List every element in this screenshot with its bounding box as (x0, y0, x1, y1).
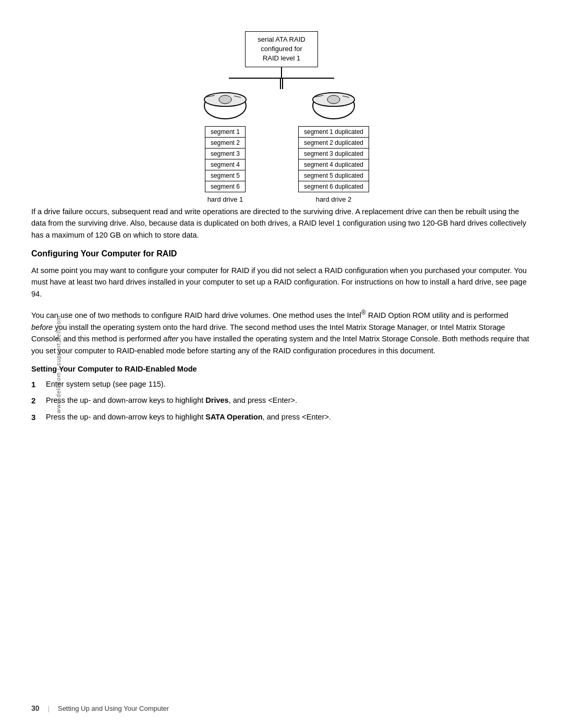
step-number-3: 3 (31, 411, 41, 423)
footer-text: Setting Up and Using Your Computer (58, 705, 169, 712)
sub-heading: Setting Your Computer to RAID-Enabled Mo… (31, 365, 532, 373)
step3-pre: Press the up- and down-arrow keys to hig… (46, 413, 205, 421)
footer: 30 | Setting Up and Using Your Computer (31, 704, 532, 712)
step3-bold: SATA Operation (205, 413, 262, 421)
v-bar-right (282, 79, 283, 89)
branch-right (282, 78, 334, 89)
main-content: serial ATA RAID configured for RAID leve… (31, 0, 532, 423)
v-bar-left (280, 79, 281, 89)
branch-left (229, 78, 281, 89)
segment-table-right: segment 1 duplicatedsegment 2 duplicated… (298, 126, 369, 192)
connector-branch (229, 78, 334, 89)
body-paragraph-3: You can use one of two methods to config… (31, 308, 532, 356)
p3-mid: RAID Option ROM utility and is performed (366, 311, 508, 319)
segment-cell-left: segment 2 (205, 137, 245, 148)
list-item-2: 2 Press the up- and down-arrow keys to h… (31, 394, 532, 406)
segment-cell-right: segment 5 duplicated (298, 170, 369, 181)
list-item-1: 1 Enter system setup (see page 115). (31, 378, 532, 390)
p3-pre: You can use one of two methods to config… (31, 311, 361, 319)
step-1-text: Enter system setup (see page 115). (46, 378, 166, 390)
raid-label-line2: configured for (261, 45, 302, 53)
step-number-1: 1 (31, 378, 41, 390)
segment-cell-right: segment 4 duplicated (298, 159, 369, 170)
raid-label-line3: RAID level 1 (263, 54, 300, 62)
connector (229, 67, 334, 89)
segment-cell-left: segment 1 (205, 126, 245, 137)
step-number-2: 2 (31, 394, 41, 406)
step-3-content: Press the up- and down-arrow keys to hig… (46, 411, 331, 423)
segment-cell-right: segment 6 duplicated (298, 181, 369, 192)
drive-label-2: hard drive 2 (302, 195, 365, 203)
drive-icon-right (310, 89, 357, 123)
h-bar-left (229, 78, 281, 79)
step3-end: , and press <Enter>. (263, 413, 331, 421)
segment-cell-right: segment 1 duplicated (298, 126, 369, 137)
p3-reg: ® (361, 309, 366, 316)
body-paragraph-2: At some point you may want to configure … (31, 265, 532, 300)
svg-point-9 (327, 95, 340, 104)
side-text: www.dell.com | support.dell.com (55, 315, 62, 413)
step2-bold: Drives (205, 396, 228, 404)
list-item-3: 3 Press the up- and down-arrow keys to h… (31, 411, 532, 423)
drives-and-segments: segment 1segment 2segment 3segment 4segm… (194, 89, 369, 203)
p3-italic1: before (31, 323, 53, 331)
footer-divider: | (48, 705, 50, 712)
drive-icon-left (202, 89, 249, 123)
drive-column-right: segment 1 duplicatedsegment 2 duplicated… (298, 89, 369, 203)
drive-label-1: hard drive 1 (194, 195, 256, 203)
segment-cell-left: segment 5 (205, 170, 245, 181)
numbered-list: 1 Enter system setup (see page 115). 2 P… (31, 378, 532, 423)
step-2-content: Press the up- and down-arrow keys to hig… (46, 394, 297, 406)
svg-point-3 (219, 95, 231, 104)
step2-end: , and press <Enter>. (229, 396, 297, 404)
segment-cell-left: segment 4 (205, 159, 245, 170)
segment-cell-right: segment 3 duplicated (298, 148, 369, 159)
footer-page-number: 30 (31, 704, 40, 712)
raid-label-line1: serial ATA RAID (258, 35, 305, 43)
segment-cell-left: segment 6 (205, 181, 245, 192)
raid-label-box: serial ATA RAID configured for RAID leve… (245, 31, 318, 67)
segment-cell-left: segment 3 (205, 148, 245, 159)
segment-cell-right: segment 2 duplicated (298, 137, 369, 148)
p3-italic2: after (163, 335, 178, 343)
segment-table-left: segment 1segment 2segment 3segment 4segm… (205, 126, 246, 192)
step2-pre: Press the up- and down-arrow keys to hig… (46, 396, 205, 404)
body-paragraph-1: If a drive failure occurs, subsequent re… (31, 206, 532, 241)
connector-v-top (281, 67, 282, 78)
raid-diagram: serial ATA RAID configured for RAID leve… (31, 31, 532, 203)
section-heading: Configuring Your Computer for RAID (31, 249, 532, 258)
h-bar-right (282, 78, 334, 79)
drive-column-left: segment 1segment 2segment 3segment 4segm… (194, 89, 256, 203)
